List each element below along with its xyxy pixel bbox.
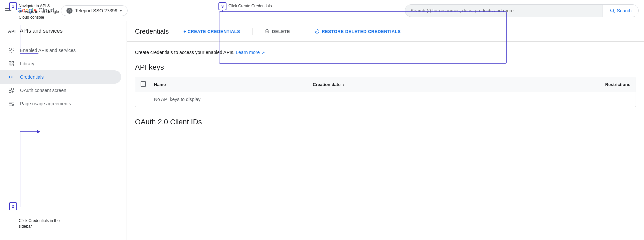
sort-icon[interactable]: ↓	[342, 82, 344, 87]
svg-rect-12	[9, 61, 11, 63]
sidebar: API APIs and services Enabled APIs and s…	[0, 21, 127, 240]
delete-button-label: DELETE	[272, 29, 290, 34]
sidebar-item-library[interactable]: Library	[0, 57, 121, 70]
sidebar-item-page-usage-label: Page usage agreements	[20, 101, 71, 106]
sidebar-item-credentials[interactable]: Credentials	[0, 70, 121, 84]
api-badge: API	[8, 29, 16, 34]
table-header-name: Name	[154, 82, 313, 87]
select-all-checkbox[interactable]	[141, 81, 146, 87]
create-credentials-button[interactable]: + CREATE CREDENTIALS	[179, 27, 244, 36]
svg-line-10	[613, 12, 615, 13]
header: Google Cloud ⬡ Teleport SSO 27399 ▾ Sear…	[0, 0, 644, 21]
svg-rect-19	[9, 91, 11, 93]
content-title: Credentials	[135, 28, 169, 35]
svg-rect-15	[12, 64, 14, 66]
action-divider-2	[302, 28, 302, 35]
oauth-section-title: OAuth 2.0 Client IDs	[135, 118, 636, 126]
restore-credentials-button[interactable]: RESTORE DELETED CREDENTIALS	[310, 27, 405, 36]
sidebar-title: APIs and services	[20, 28, 62, 34]
oauth-consent-icon	[8, 87, 15, 94]
credentials-icon	[8, 74, 15, 80]
project-name: Teleport SSO 27399	[75, 8, 117, 13]
sidebar-item-page-usage[interactable]: Page usage agreements	[0, 97, 121, 110]
sidebar-item-enabled-apis[interactable]: Enabled APIs and services	[0, 44, 121, 57]
table-header-checkbox-col	[141, 81, 154, 88]
chevron-down-icon: ▾	[120, 8, 122, 13]
sidebar-item-enabled-apis-label: Enabled APIs and services	[20, 48, 76, 53]
no-api-keys-message: No API keys to display	[154, 97, 200, 102]
api-keys-section-title: API keys	[135, 63, 636, 72]
sidebar-item-oauth-consent[interactable]: OAuth consent screen	[0, 84, 121, 97]
content-header: Credentials + CREATE CREDENTIALS DELETE …	[127, 21, 644, 42]
content-body: Create credentials to access your enable…	[127, 42, 644, 140]
callout-3-text: Click Create Credentials	[228, 3, 272, 9]
delete-icon	[265, 29, 270, 34]
info-text: Create credentials to access your enable…	[135, 50, 636, 55]
content-area: Credentials + CREATE CREDENTIALS DELETE …	[127, 21, 644, 240]
learn-more-link[interactable]: Learn more ↗	[236, 50, 265, 55]
svg-point-11	[11, 50, 12, 51]
delete-button[interactable]: DELETE	[261, 27, 294, 36]
sidebar-divider	[5, 41, 121, 41]
api-keys-table: Name Creation date ↓ Restrictions No API…	[135, 77, 636, 107]
search-button-label: Search	[617, 8, 632, 13]
main-layout: API APIs and services Enabled APIs and s…	[0, 21, 644, 240]
search-icon	[610, 8, 615, 13]
search-button[interactable]: Search	[603, 5, 638, 17]
table-header-restrictions: Restrictions	[472, 82, 630, 87]
table-empty-row: No API keys to display	[135, 92, 636, 107]
callout-1-text: Navigate to API & Services in the Google…	[19, 3, 62, 20]
sidebar-item-credentials-label: Credentials	[20, 74, 44, 80]
search-bar: Search	[405, 4, 639, 17]
restore-icon	[314, 29, 320, 34]
table-header-date: Creation date ↓	[313, 82, 471, 87]
table-header: Name Creation date ↓ Restrictions	[135, 77, 636, 92]
sidebar-item-oauth-consent-label: OAuth consent screen	[20, 88, 66, 93]
sidebar-item-library-label: Library	[20, 61, 34, 66]
page-usage-icon	[8, 100, 15, 107]
sidebar-header: API APIs and services	[0, 24, 127, 38]
hamburger-menu-button[interactable]	[5, 7, 13, 15]
svg-rect-13	[12, 61, 14, 63]
external-link-icon: ↗	[262, 50, 265, 55]
project-icon: ⬡	[66, 8, 72, 14]
enabled-apis-icon	[8, 47, 15, 54]
action-divider-1	[252, 28, 253, 35]
svg-rect-18	[12, 88, 14, 90]
svg-rect-14	[9, 64, 11, 66]
project-selector[interactable]: ⬡ Teleport SSO 27399 ▾	[61, 5, 128, 16]
library-icon	[8, 60, 15, 67]
svg-point-16	[9, 76, 11, 78]
svg-rect-17	[9, 88, 11, 90]
search-input[interactable]	[405, 5, 603, 17]
callout-2-text: Click Credentials in the sidebar	[19, 218, 62, 229]
restore-button-label: RESTORE DELETED CREDENTIALS	[322, 29, 400, 34]
